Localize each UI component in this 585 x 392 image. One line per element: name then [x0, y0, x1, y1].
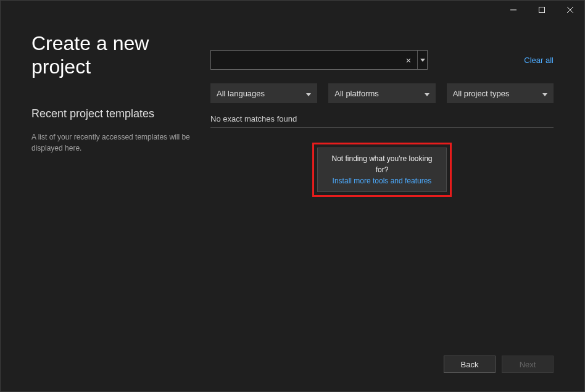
search-box: ×	[210, 50, 428, 70]
platform-filter-dropdown[interactable]: All platforms	[328, 83, 435, 103]
clear-all-link[interactable]: Clear all	[524, 56, 554, 65]
results-status: No exact matches found	[210, 114, 554, 123]
project-type-filter-dropdown[interactable]: All project types	[447, 83, 554, 103]
search-input[interactable]	[211, 51, 400, 69]
platform-filter-label: All platforms	[334, 89, 379, 98]
not-finding-text: Not finding what you're looking for?	[325, 153, 439, 175]
close-button[interactable]	[556, 1, 584, 19]
chevron-down-icon	[542, 89, 547, 98]
back-button[interactable]: Back	[444, 356, 496, 373]
language-filter-dropdown[interactable]: All languages	[210, 83, 317, 103]
maximize-button[interactable]	[528, 1, 556, 19]
search-dropdown-toggle[interactable]	[417, 51, 427, 69]
results-divider	[210, 127, 554, 128]
chevron-down-icon	[425, 89, 429, 98]
clear-search-icon[interactable]: ×	[400, 51, 417, 69]
install-more-link[interactable]: Install more tools and features	[325, 175, 439, 186]
install-more-box: Not finding what you're looking for? Ins…	[317, 148, 447, 192]
recent-templates-description: A list of your recently accessed templat…	[31, 131, 198, 154]
minimize-button[interactable]	[499, 1, 528, 19]
page-title: Create a new project	[31, 31, 198, 79]
next-button: Next	[502, 356, 554, 373]
recent-templates-heading: Recent project templates	[31, 107, 198, 120]
titlebar	[1, 1, 584, 19]
project-type-filter-label: All project types	[453, 89, 510, 98]
svg-rect-1	[539, 7, 545, 13]
highlight-annotation: Not finding what you're looking for? Ins…	[312, 143, 452, 197]
language-filter-label: All languages	[217, 89, 265, 98]
chevron-down-icon	[306, 89, 311, 98]
